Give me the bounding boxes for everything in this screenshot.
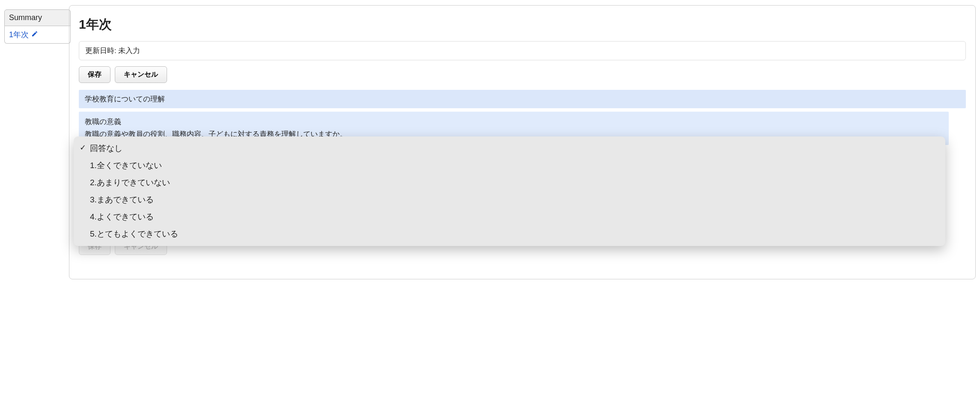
save-button[interactable]: 保存 xyxy=(79,66,111,83)
top-button-row: 保存 キャンセル xyxy=(79,66,966,83)
sidebar-item-year1[interactable]: 1年次 xyxy=(4,26,71,44)
sidebar: Summary 1年次 xyxy=(4,9,71,44)
question-title: 教職の意義 xyxy=(85,116,943,128)
dropdown-option-3[interactable]: 3.まあできている xyxy=(74,191,945,208)
dropdown-option-2[interactable]: 2.あまりできていない xyxy=(74,174,945,191)
page-title: 1年次 xyxy=(79,16,966,33)
timestamp-label: 更新日時: 未入力 xyxy=(85,47,140,55)
dropdown-option-0[interactable]: 回答なし xyxy=(74,140,945,157)
section-heading: 学校教育についての理解 xyxy=(79,90,966,108)
edit-icon xyxy=(31,30,38,39)
dropdown-option-4[interactable]: 4.よくできている xyxy=(74,208,945,225)
app-root: Summary 1年次 1年次 更新日時: 未入力 保存 キャンセル 学校教育に… xyxy=(0,0,980,397)
dropdown-option-1[interactable]: 1.全くできていない xyxy=(74,157,945,174)
main-card: 1年次 更新日時: 未入力 保存 キャンセル 学校教育についての理解 教職の意義… xyxy=(69,5,976,279)
cancel-button[interactable]: キャンセル xyxy=(115,66,167,83)
sidebar-item-summary[interactable]: Summary xyxy=(4,9,71,26)
sidebar-item-label: 1年次 xyxy=(9,30,29,40)
answer-dropdown-menu[interactable]: 回答なし 1.全くできていない 2.あまりできていない 3.まあできている 4.… xyxy=(74,136,945,246)
timestamp-field: 更新日時: 未入力 xyxy=(79,41,966,60)
dropdown-option-5[interactable]: 5.とてもよくできている xyxy=(74,225,945,243)
sidebar-item-label: Summary xyxy=(9,13,42,22)
